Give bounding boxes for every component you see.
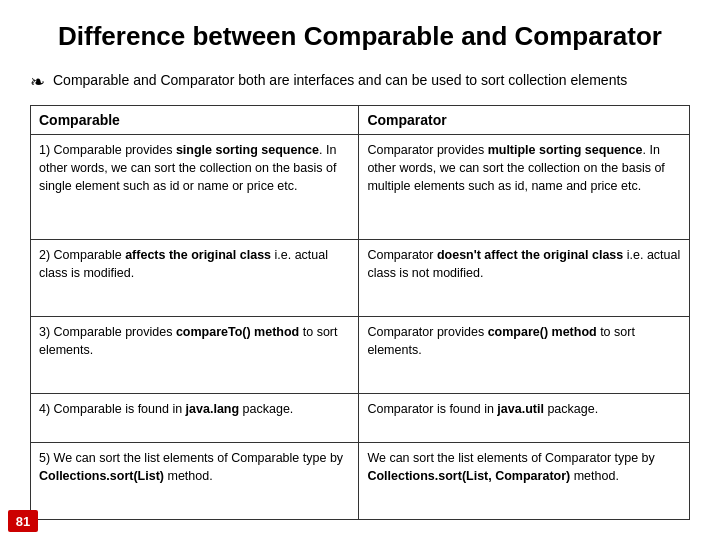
row5-comparable: 5) We can sort the list elements of Comp…	[31, 442, 359, 519]
bullet-icon: ❧	[30, 71, 45, 93]
table-row: 2) Comparable affects the original class…	[31, 240, 690, 317]
row1-comparable: 1) Comparable provides single sorting se…	[31, 134, 359, 239]
intro-section: ❧ Comparable and Comparator both are int…	[30, 70, 690, 93]
row5-comparator: We can sort the list elements of Compara…	[359, 442, 690, 519]
row2-comparable: 2) Comparable affects the original class…	[31, 240, 359, 317]
table-row: 1) Comparable provides single sorting se…	[31, 134, 690, 239]
table-row: 4) Comparable is found in java.lang pack…	[31, 394, 690, 443]
intro-text: Comparable and Comparator both are inter…	[53, 70, 627, 91]
page-number: 81	[8, 510, 38, 532]
col-header-comparable: Comparable	[31, 105, 359, 134]
table-row: 5) We can sort the list elements of Comp…	[31, 442, 690, 519]
slide: Difference between Comparable and Compar…	[0, 0, 720, 540]
slide-title: Difference between Comparable and Compar…	[30, 20, 690, 54]
comparison-table: Comparable Comparator 1) Comparable prov…	[30, 105, 690, 520]
row4-comparator: Comparator is found in java.util package…	[359, 394, 690, 443]
row4-comparable: 4) Comparable is found in java.lang pack…	[31, 394, 359, 443]
row3-comparable: 3) Comparable provides compareTo() metho…	[31, 317, 359, 394]
row1-comparator: Comparator provides multiple sorting seq…	[359, 134, 690, 239]
row2-comparator: Comparator doesn't affect the original c…	[359, 240, 690, 317]
row3-comparator: Comparator provides compare() method to …	[359, 317, 690, 394]
col-header-comparator: Comparator	[359, 105, 690, 134]
table-row: 3) Comparable provides compareTo() metho…	[31, 317, 690, 394]
